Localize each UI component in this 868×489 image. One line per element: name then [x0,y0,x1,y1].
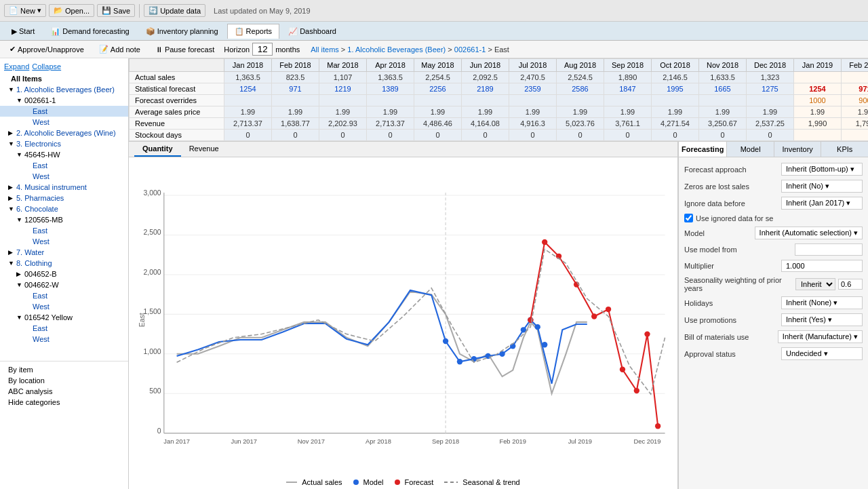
sidebar-item-alc-wine[interactable]: ▶ 2. Alcoholic Beverages (Wine) [0,128,128,138]
cell[interactable]: 1254 [224,83,272,95]
cell[interactable]: 1,363.5 [224,72,272,83]
cell[interactable]: 0 [509,130,557,141]
value-forecast-approach[interactable]: Inherit (Bottom-up) ▾ [781,163,863,176]
sidebar-item-east-5[interactable]: East [0,323,128,334]
cell[interactable]: 0 [652,130,699,141]
cell[interactable]: 0 [319,130,367,141]
cell[interactable]: 2,092.5 [462,72,509,83]
expand-link[interactable]: Expand [4,62,29,71]
cell[interactable]: 3,250.67 [699,118,747,130]
value-approval[interactable]: Undecided ▾ [781,347,863,360]
sidebar-item-west-1[interactable]: West [0,117,128,128]
sidebar-item-pharmacies[interactable]: ▶ 5. Pharmacies [0,193,128,203]
cell[interactable]: 1,990 [794,118,842,130]
approve-button[interactable]: ✔ Approve/Unapprove [4,43,90,55]
sidebar-item-all-items[interactable]: All Items [0,73,128,84]
sidebar-item-004652-b[interactable]: ▶ 004652-B [0,269,128,279]
sidebar-item-120565-mb[interactable]: ▼ 120565-MB [0,214,128,225]
cell[interactable]: 1.99 [652,106,699,118]
cell[interactable]: 0 [272,130,319,141]
cell[interactable]: 1.99 [557,106,604,118]
cell[interactable]: 2,146.5 [652,72,699,83]
breadcrumb-002661-1[interactable]: 002661-1 [454,45,486,54]
cell[interactable]: 1.99 [842,106,869,118]
cell[interactable] [462,95,509,106]
value-ignore-before[interactable]: Inherit (Jan 2017) ▾ [781,197,863,210]
tab-reports[interactable]: 📋 Reports [227,24,280,39]
sidebar-item-electronics[interactable]: ▼ 3. Electronics [0,138,128,149]
value-promotions[interactable]: Inherit (Yes) ▾ [781,313,863,326]
cell[interactable]: 1847 [604,83,652,95]
cell[interactable]: 1.99 [414,106,462,118]
cell[interactable]: 1,107 [319,72,367,83]
cell[interactable]: 1995 [652,83,699,95]
cell[interactable] [272,95,319,106]
sidebar-item-west-5[interactable]: West [0,334,128,345]
cell[interactable]: 0 [747,130,794,141]
tab-dashboard[interactable]: 📈 Dashboard [281,24,344,39]
cell[interactable]: 1665 [699,83,747,95]
cell[interactable]: 4,271.54 [652,118,699,130]
cell[interactable]: 0 [557,130,604,141]
chart-tab-quantity[interactable]: Quantity [134,142,181,157]
cell[interactable]: 1,633.5 [699,72,747,83]
value-holidays[interactable]: Inherit (None) ▾ [781,296,863,309]
cell[interactable] [367,95,414,106]
cell[interactable]: 1.99 [747,106,794,118]
cell[interactable]: 2,537.25 [747,118,794,130]
cell[interactable]: 1.99 [509,106,557,118]
sidebar-item-west-4[interactable]: West [0,301,128,312]
cell[interactable] [842,130,869,141]
cell[interactable]: 1.99 [462,106,509,118]
cell[interactable]: 1.99 [794,106,842,118]
cell[interactable]: 1254 [794,83,842,95]
cell[interactable] [604,95,652,106]
cell[interactable] [319,95,367,106]
cell[interactable] [699,95,747,106]
cell[interactable]: 2,254.5 [414,72,462,83]
cell[interactable]: 4,486.46 [414,118,462,130]
cell[interactable]: 971 [842,83,869,95]
cell[interactable]: 900 [842,95,869,106]
value-zeros[interactable]: Inherit (No) ▾ [781,180,863,193]
sidebar-item-016542-yellow[interactable]: ▼ 016542 Yellow [0,312,128,323]
panel-tab-forecasting[interactable]: Forecasting [679,142,727,157]
chart-tab-revenue[interactable]: Revenue [181,142,227,157]
cell[interactable]: 1,638.77 [272,118,319,130]
cell[interactable]: 2359 [509,83,557,95]
cell[interactable] [747,95,794,106]
cell[interactable]: 0 [699,130,747,141]
sidebar-footer-abc[interactable]: ABC analysis [5,386,123,397]
cell[interactable]: 1275 [747,83,794,95]
sidebar-item-east-2[interactable]: East [0,160,128,171]
cell[interactable]: 971 [272,83,319,95]
cell[interactable] [224,95,272,106]
horizon-input[interactable] [252,43,273,56]
cell[interactable] [557,95,604,106]
tab-demand[interactable]: 📊 Demand forecasting [43,24,136,39]
sidebar-footer-by-item[interactable]: By item [5,364,123,375]
use-ignored-checkbox[interactable] [684,214,693,222]
cell[interactable]: 5,023.76 [557,118,604,130]
sidebar-item-east-4[interactable]: East [0,290,128,301]
value-use-model-from[interactable] [795,243,863,256]
cell[interactable] [842,72,869,83]
cell[interactable]: 823.5 [272,72,319,83]
cell[interactable]: 2,524.5 [557,72,604,83]
cell[interactable]: 1,323 [747,72,794,83]
sidebar-item-water[interactable]: ▶ 7. Water [0,247,128,258]
sidebar-item-east-3[interactable]: East [0,225,128,236]
save-button[interactable]: 💾 Save [97,4,135,17]
sidebar-item-east-1[interactable]: East [0,106,128,117]
cell[interactable]: 1.99 [319,106,367,118]
cell[interactable]: 1.99 [224,106,272,118]
seasonality-dropdown[interactable]: Inherit [795,278,835,290]
cell[interactable]: 1.99 [272,106,319,118]
cell[interactable]: 1,791 [842,118,869,130]
sidebar-item-002661-1[interactable]: ▼ 002661-1 [0,95,128,106]
breadcrumb-alc-beer[interactable]: 1. Alcoholic Beverages (Beer) [347,45,446,54]
open-button[interactable]: 📂 Open... [49,4,94,17]
panel-tab-kpis[interactable]: KPIs [821,142,868,157]
cell[interactable]: 0 [414,130,462,141]
cell[interactable]: 1,363.5 [367,72,414,83]
